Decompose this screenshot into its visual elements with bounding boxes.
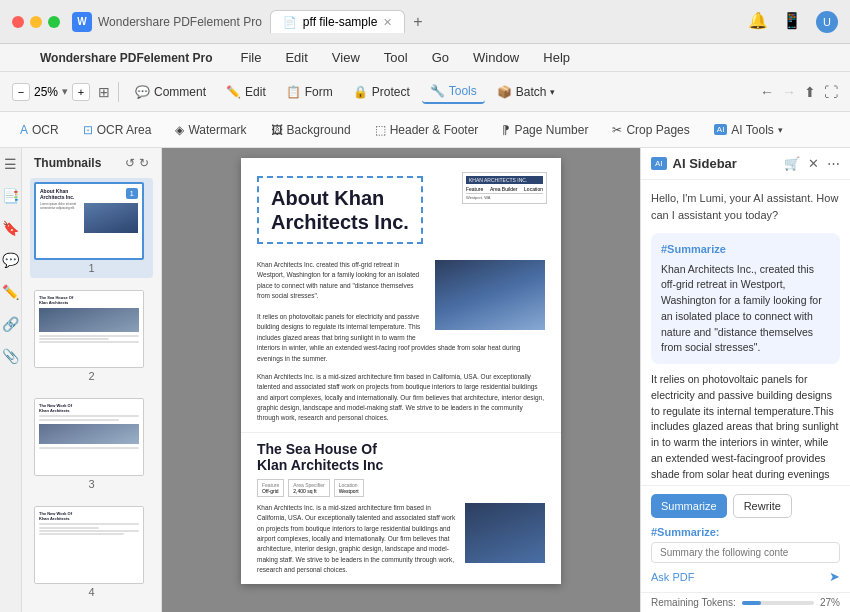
thumb2-img [39, 308, 139, 332]
thumb3-img [39, 424, 139, 444]
thumb-page-num-2: 2 [34, 370, 149, 382]
thumb2-line3 [39, 341, 139, 343]
zoom-fit-icon[interactable]: ⊞ [98, 84, 110, 100]
thumbnail-page-3[interactable]: The New Work OfKhan Architects 3 [30, 394, 153, 494]
ai-dots-icon[interactable]: ⋯ [827, 156, 840, 171]
pdf-section2-title: The Sea House Of Klan Architects Inc [257, 441, 545, 473]
protect-icon: 🔒 [353, 85, 368, 99]
ocr-icon: A [20, 123, 28, 137]
crop-pages-button[interactable]: ✂ Crop Pages [604, 119, 697, 141]
menu-window[interactable]: Window [469, 48, 523, 67]
rewrite-button[interactable]: Rewrite [733, 494, 792, 518]
thumb3-line2 [39, 419, 119, 421]
pdf-body-section2: Khan Architects Inc. is a mid-sized arch… [241, 372, 561, 432]
ai-sidebar-body: Hello, I'm Lumi, your AI assistant. How … [641, 180, 850, 485]
current-tab[interactable]: 📄 pff file-sample ✕ [270, 10, 405, 33]
left-panel-icon-edit[interactable]: ✏️ [2, 284, 19, 300]
left-panel-icon-comment[interactable]: 💬 [2, 252, 19, 268]
form-label: Form [305, 85, 333, 99]
thumbnail-img-3: The New Work OfKhan Architects [34, 398, 144, 476]
ocr-area-button[interactable]: ⊡ OCR Area [75, 119, 160, 141]
devices-icon[interactable]: 📱 [782, 11, 802, 33]
thumbnails-settings-icon[interactable]: ↻ [139, 156, 149, 170]
comment-button[interactable]: 💬 Comment [127, 81, 214, 103]
batch-label: Batch [516, 85, 547, 99]
page-number-button[interactable]: ⁋ Page Number [494, 119, 596, 141]
form-button[interactable]: 📋 Form [278, 81, 341, 103]
ai-summary-input[interactable] [651, 542, 840, 563]
header-footer-label: Header & Footer [390, 123, 479, 137]
zoom-in-button[interactable]: + [72, 83, 90, 101]
minimize-button[interactable] [30, 16, 42, 28]
user-avatar[interactable]: U [816, 11, 838, 33]
menubar: Wondershare PDFelement Pro File Edit Vie… [0, 44, 850, 72]
app-icon: W [72, 12, 92, 32]
thumbnail-page-2[interactable]: The Sea House OfKlan Architects 2 [30, 286, 153, 386]
watermark-button[interactable]: ◈ Watermark [167, 119, 254, 141]
forward-icon[interactable]: → [782, 84, 796, 100]
thumbnail-page-4[interactable]: The New Work OfKhan Architects 4 [30, 502, 153, 602]
ai-logo: AI [651, 157, 667, 170]
close-button[interactable] [12, 16, 24, 28]
ask-pdf-send-icon[interactable]: ➤ [829, 569, 840, 584]
left-panel-icon-attachment[interactable]: 📎 [2, 348, 19, 364]
apple-menu[interactable] [16, 56, 24, 60]
watermark-label: Watermark [188, 123, 246, 137]
add-tab-button[interactable]: + [413, 13, 422, 31]
pdf-section2-info-table: Feature Off-grid Area Specifier 2,400 sq… [257, 479, 545, 497]
pdf-body-text1: Khan Architects Inc. created this off-gr… [257, 261, 419, 299]
thumbnails-title: Thumbnails [34, 156, 101, 170]
pdf-info-header: KHAN ARCHITECTS INC. [466, 176, 543, 184]
left-panel-icon-link[interactable]: 🔗 [2, 316, 19, 332]
ai-bubble1-tag: #Summarize [661, 241, 830, 258]
background-icon: 🖼 [271, 123, 283, 137]
ai-ask-row: Ask PDF ➤ [651, 569, 840, 584]
menu-view[interactable]: View [328, 48, 364, 67]
zoom-dropdown-icon[interactable]: ▾ [62, 85, 68, 98]
left-panel-icon-menu[interactable]: ☰ [4, 156, 17, 172]
ai-tools-button[interactable]: AI AI Tools ▾ [706, 119, 791, 141]
page-number-icon: ⁋ [502, 123, 510, 137]
menu-go[interactable]: Go [428, 48, 453, 67]
protect-button[interactable]: 🔒 Protect [345, 81, 418, 103]
menu-edit[interactable]: Edit [281, 48, 311, 67]
menu-tool[interactable]: Tool [380, 48, 412, 67]
ai-cart-icon[interactable]: 🛒 [784, 156, 800, 171]
background-button[interactable]: 🖼 Background [263, 119, 359, 141]
toolbar: − 25% ▾ + ⊞ 💬 Comment ✏️ Edit 📋 Form 🔒 P… [0, 72, 850, 112]
pdf-section2-title-line2: Klan Architects Inc [257, 457, 383, 473]
summarize-button[interactable]: Summarize [651, 494, 727, 518]
thumbnail-page-1[interactable]: About KhanArchitects Inc. Lorem ipsum do… [30, 178, 153, 278]
header-footer-button[interactable]: ⬚ Header & Footer [367, 119, 487, 141]
ai-tools-label: AI Tools [731, 123, 773, 137]
form-icon: 📋 [286, 85, 301, 99]
left-panel-icon-bookmark[interactable]: 🔖 [2, 220, 19, 236]
bell-icon[interactable]: 🔔 [748, 11, 768, 33]
pdf-section2-info1: Feature Off-grid [257, 479, 284, 497]
batch-button[interactable]: 📦 Batch ▾ [489, 81, 564, 103]
ask-pdf-button[interactable]: Ask PDF [651, 571, 694, 583]
thumb2-line2 [39, 338, 109, 340]
menu-help[interactable]: Help [539, 48, 574, 67]
ai-close-icon[interactable]: ✕ [808, 156, 819, 171]
edit-button[interactable]: ✏️ Edit [218, 81, 274, 103]
back-icon[interactable]: ← [760, 84, 774, 100]
tab-close-icon[interactable]: ✕ [383, 16, 392, 29]
thumbnails-refresh-icon[interactable]: ↺ [125, 156, 135, 170]
pdf-title-box: About Khan Architects Inc. [257, 176, 423, 244]
ocr-button[interactable]: A OCR [12, 119, 67, 141]
tools-button[interactable]: 🔧 Tools [422, 80, 485, 104]
ai-response-text: It relies on photovoltaic panels for ele… [651, 372, 840, 485]
thumb3-line1 [39, 415, 139, 417]
zoom-out-button[interactable]: − [12, 83, 30, 101]
ocr-area-label: OCR Area [97, 123, 152, 137]
maximize-button[interactable] [48, 16, 60, 28]
upload-icon[interactable]: ⬆ [804, 84, 816, 100]
ocr-label: OCR [32, 123, 59, 137]
fullscreen-icon[interactable]: ⛶ [824, 84, 838, 100]
thumb4-line2 [39, 527, 99, 529]
left-panel-icon-pages[interactable]: 📑 [2, 188, 19, 204]
traffic-lights [12, 16, 60, 28]
menu-file[interactable]: File [237, 48, 266, 67]
thumb2-line1 [39, 335, 139, 337]
